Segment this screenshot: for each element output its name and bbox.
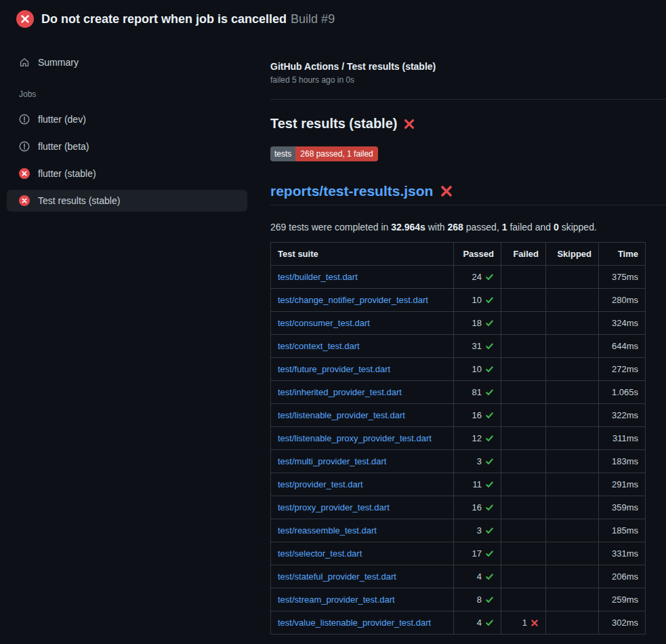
check-icon xyxy=(485,434,494,443)
passed-cell: 81 xyxy=(454,381,501,404)
passed-cell: 24 xyxy=(454,266,501,289)
skipped-cell xyxy=(546,335,599,358)
table-row: test/selector_test.dart17331ms xyxy=(271,542,646,565)
suite-cell: test/proxy_provider_test.dart xyxy=(271,496,454,519)
passed-cell: 10 xyxy=(454,358,501,381)
summary-duration: 32.964s xyxy=(391,222,425,233)
suite-link[interactable]: test/change_notifier_provider_test.dart xyxy=(278,295,428,305)
suite-link[interactable]: test/proxy_provider_test.dart xyxy=(278,502,390,512)
check-icon xyxy=(485,457,494,466)
time-cell: 259ms xyxy=(599,588,646,611)
passed-cell: 3 xyxy=(454,519,501,542)
section-title: Test results (stable) xyxy=(270,116,666,132)
suite-link[interactable]: test/listenable_provider_test.dart xyxy=(278,410,405,420)
suite-link[interactable]: test/consumer_test.dart xyxy=(278,318,370,328)
passed-cell: 16 xyxy=(454,404,501,427)
passed-count: 12 xyxy=(472,433,482,443)
results-table: Test suite Passed Failed Skipped Time te… xyxy=(270,242,646,635)
suite-link[interactable]: test/multi_provider_test.dart xyxy=(278,456,386,466)
run-title-text: Do not create report when job is cancell… xyxy=(41,12,287,26)
suite-link[interactable]: test/stateful_provider_test.dart xyxy=(278,571,396,582)
check-icon xyxy=(485,549,494,558)
failed-cell xyxy=(501,427,546,450)
skipped-cell xyxy=(546,289,599,312)
suite-link[interactable]: test/listenable_proxy_provider_test.dart xyxy=(278,433,432,443)
suite-cell: test/future_provider_test.dart xyxy=(271,358,454,381)
check-icon xyxy=(485,595,494,604)
x-icon xyxy=(403,118,415,130)
table-row: test/proxy_provider_test.dart16359ms xyxy=(271,496,646,519)
skipped-cell xyxy=(546,312,599,335)
passed-count: 31 xyxy=(472,341,482,351)
passed-count: 10 xyxy=(472,295,482,305)
passed-count: 11 xyxy=(473,479,482,489)
passed-cell: 4 xyxy=(454,565,501,588)
sidebar-item-summary[interactable]: Summary xyxy=(7,52,247,73)
sidebar-item-flutter-stable[interactable]: flutter (stable) xyxy=(7,163,247,184)
suite-link[interactable]: test/future_provider_test.dart xyxy=(278,364,390,374)
sidebar-item-label: flutter (beta) xyxy=(38,141,89,152)
suite-link[interactable]: test/stream_provider_test.dart xyxy=(278,595,395,605)
skipped-cell xyxy=(546,473,599,496)
passed-cell: 16 xyxy=(454,496,501,519)
sidebar-item-test-results-stable[interactable]: Test results (stable) xyxy=(7,190,247,212)
time-cell: 322ms xyxy=(599,404,646,427)
col-header-test-suite: Test suite xyxy=(271,243,454,266)
failed-cell xyxy=(501,381,546,404)
failed-cell xyxy=(501,473,546,496)
table-row: test/future_provider_test.dart10272ms xyxy=(271,358,646,381)
suite-link[interactable]: test/context_test.dart xyxy=(278,341,360,351)
skipped-cell xyxy=(546,266,599,289)
table-header-row: Test suite Passed Failed Skipped Time xyxy=(271,243,646,266)
table-row: test/provider_test.dart11291ms xyxy=(271,473,646,496)
passed-count: 17 xyxy=(472,548,482,559)
badge-label: tests xyxy=(270,146,295,161)
suite-cell: test/selector_test.dart xyxy=(271,542,454,565)
skipped-cell xyxy=(546,611,599,635)
time-cell: 324ms xyxy=(599,312,646,335)
failed-cell xyxy=(501,266,546,289)
suite-cell: test/consumer_test.dart xyxy=(271,312,454,335)
neutral-status-icon xyxy=(19,114,30,125)
sidebar-item-flutter-dev[interactable]: flutter (dev) xyxy=(7,108,247,130)
suite-link[interactable]: test/selector_test.dart xyxy=(278,548,362,559)
col-header-skipped: Skipped xyxy=(546,243,599,266)
col-header-passed: Passed xyxy=(454,243,501,266)
failed-cell xyxy=(501,588,546,611)
suite-link[interactable]: test/inherited_provider_test.dart xyxy=(278,387,402,397)
passed-cell: 8 xyxy=(454,588,501,611)
suite-link[interactable]: test/value_listenable_provider_test.dart xyxy=(278,618,431,628)
sidebar-item-flutter-beta[interactable]: flutter (beta) xyxy=(7,136,247,157)
summary-text: failed and xyxy=(507,222,554,233)
report-heading: reports/test-results.json xyxy=(270,183,666,205)
report-link[interactable]: reports/test-results.json xyxy=(270,183,433,199)
passed-count: 16 xyxy=(472,410,482,420)
passed-cell: 11 xyxy=(454,473,501,496)
suite-cell: test/builder_test.dart xyxy=(271,266,454,289)
main-content: GitHub Actions / Test results (stable) f… xyxy=(254,37,666,635)
failed-cell: 1 xyxy=(501,611,546,635)
passed-cell: 4 xyxy=(454,611,501,635)
failed-cell xyxy=(501,312,546,335)
passed-count: 3 xyxy=(477,525,482,536)
time-cell: 206ms xyxy=(599,565,646,588)
table-row: test/builder_test.dart24375ms xyxy=(271,266,646,289)
skipped-cell xyxy=(546,542,599,565)
badge-value: 268 passed, 1 failed xyxy=(295,146,377,161)
table-row: test/stream_provider_test.dart8259ms xyxy=(271,588,646,611)
check-icon xyxy=(485,296,494,304)
breadcrumb: GitHub Actions / Test results (stable) xyxy=(270,61,666,72)
suite-link[interactable]: test/builder_test.dart xyxy=(278,272,358,282)
suite-link[interactable]: test/provider_test.dart xyxy=(278,479,363,489)
passed-count: 18 xyxy=(472,318,482,328)
check-icon xyxy=(485,480,494,489)
suite-link[interactable]: test/reassemble_test.dart xyxy=(278,525,377,536)
check-icon xyxy=(485,526,494,535)
suite-cell: test/stateful_provider_test.dart xyxy=(271,565,454,588)
passed-count: 8 xyxy=(477,595,482,605)
failed-cell xyxy=(501,358,546,381)
page-layout: Summary Jobs flutter (dev) flutter (beta… xyxy=(0,37,666,635)
check-icon xyxy=(485,618,494,627)
skipped-cell xyxy=(546,496,599,519)
time-cell: 1.065s xyxy=(599,381,646,404)
